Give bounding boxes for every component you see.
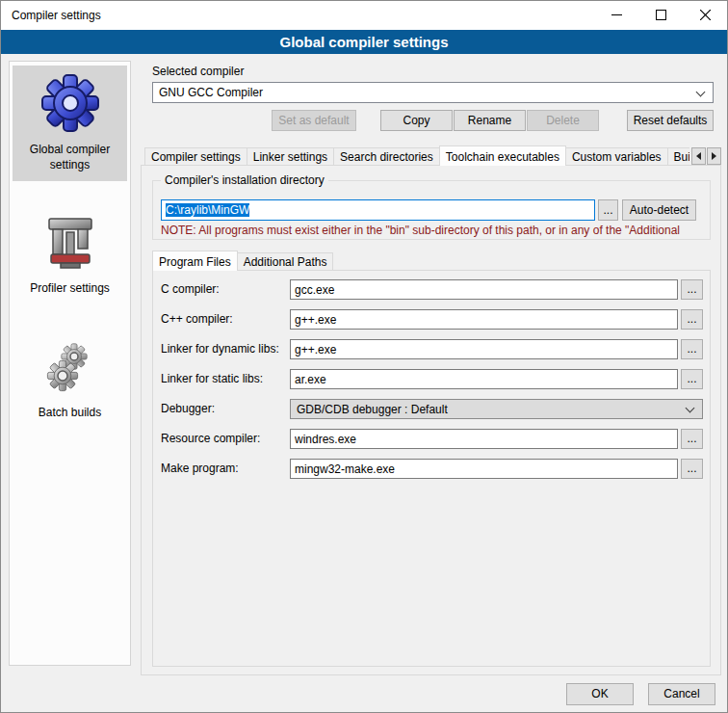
minimize-icon	[611, 9, 622, 23]
c-compiler-input[interactable]	[290, 279, 678, 300]
browse-dynamic-linker-button[interactable]: ...	[681, 339, 703, 359]
tab-program-files[interactable]: Program Files	[152, 251, 238, 271]
field-label: Resource compiler:	[161, 432, 260, 445]
maximize-button[interactable]	[638, 1, 683, 30]
triangle-left-icon	[696, 152, 701, 160]
clamp-icon	[39, 211, 101, 273]
cpp-compiler-input[interactable]	[290, 309, 678, 330]
field-label: C compiler:	[161, 282, 220, 296]
note-text: NOTE: All programs must exist either in …	[161, 224, 711, 237]
tab-custom-variables[interactable]: Custom variables	[565, 147, 668, 166]
compiler-settings-window: Compiler settings Global compiler settin…	[0, 0, 728, 713]
field-label: C++ compiler:	[161, 312, 233, 326]
sidebar-item-batch-builds[interactable]: Batch builds	[13, 329, 127, 430]
reset-defaults-button[interactable]: Reset defaults	[627, 110, 714, 131]
dialog-header: Global compiler settings	[1, 30, 727, 54]
make-program-input[interactable]	[290, 459, 678, 479]
selected-text: C:\raylib\MinGW	[166, 203, 249, 217]
sidebar-item-label: Profiler settings	[16, 281, 124, 297]
tab-linker-settings[interactable]: Linker settings	[247, 147, 334, 166]
chevron-down-icon	[686, 404, 695, 413]
dynamic-linker-input[interactable]	[290, 339, 678, 359]
tab-scroll-right-button[interactable]	[707, 147, 721, 165]
main-tabstrip: Compiler settings Linker settings Search…	[144, 145, 689, 166]
tab-compiler-settings[interactable]: Compiler settings	[144, 147, 247, 166]
delete-button: Delete	[527, 110, 599, 131]
close-button[interactable]	[683, 1, 727, 30]
tab-toolchain-executables[interactable]: Toolchain executables	[439, 145, 566, 166]
rename-button[interactable]: Rename	[454, 110, 526, 131]
browse-resource-compiler-button[interactable]: ...	[681, 429, 703, 449]
close-icon	[700, 9, 711, 23]
browse-cpp-compiler-button[interactable]: ...	[681, 309, 703, 330]
resource-compiler-input[interactable]	[290, 429, 678, 449]
titlebar: Compiler settings	[1, 1, 727, 30]
gray-gears-icon	[39, 335, 101, 397]
group-title: Compiler's installation directory	[161, 173, 328, 187]
sidebar: Global compiler settings	[9, 61, 131, 666]
debugger-select-value: GDB/CDB debugger : Default	[297, 403, 448, 416]
sidebar-item-label: Global compiler settings	[16, 143, 124, 172]
installation-directory-input[interactable]: C:\raylib\MinGW	[161, 199, 595, 221]
auto-detect-button[interactable]: Auto-detect	[622, 199, 696, 221]
tab-additional-paths[interactable]: Additional Paths	[237, 252, 334, 271]
browse-static-linker-button[interactable]: ...	[681, 369, 703, 389]
field-label: Linker for static libs:	[161, 372, 263, 385]
blue-gear-icon	[39, 72, 101, 134]
selected-compiler-label: Selected compiler	[152, 65, 244, 78]
tab-build[interactable]: Buil	[667, 147, 689, 166]
sidebar-item-global-compiler-settings[interactable]: Global compiler settings	[13, 66, 127, 181]
triangle-right-icon	[712, 152, 716, 160]
chevron-down-icon	[696, 88, 706, 97]
field-label: Make program:	[161, 462, 239, 475]
window-title: Compiler settings	[12, 9, 101, 22]
sidebar-item-profiler-settings[interactable]: Profiler settings	[13, 204, 127, 305]
sidebar-item-label: Batch builds	[16, 406, 124, 421]
ok-button[interactable]: OK	[566, 683, 634, 705]
field-label: Linker for dynamic libs:	[161, 342, 279, 356]
cancel-button[interactable]: Cancel	[648, 683, 715, 705]
maximize-icon	[656, 9, 666, 23]
tab-search-directories[interactable]: Search directories	[333, 147, 440, 166]
browse-install-dir-button[interactable]: ...	[598, 199, 618, 221]
compiler-select-value: GNU GCC Compiler	[159, 86, 263, 99]
static-linker-input[interactable]	[290, 369, 678, 389]
debugger-select[interactable]: GDB/CDB debugger : Default	[290, 399, 703, 419]
minimize-button[interactable]	[594, 1, 638, 30]
browse-c-compiler-button[interactable]: ...	[681, 279, 703, 300]
field-label: Debugger:	[161, 402, 215, 415]
browse-make-program-button[interactable]: ...	[681, 459, 703, 479]
set-as-default-button: Set as default	[272, 110, 356, 131]
copy-button[interactable]: Copy	[380, 110, 453, 131]
compiler-select[interactable]: GNU GCC Compiler	[152, 82, 714, 103]
window-controls	[594, 1, 727, 30]
program-tabstrip: Program Files Additional Paths	[152, 250, 537, 271]
tab-scroll-left-button[interactable]	[691, 147, 706, 165]
